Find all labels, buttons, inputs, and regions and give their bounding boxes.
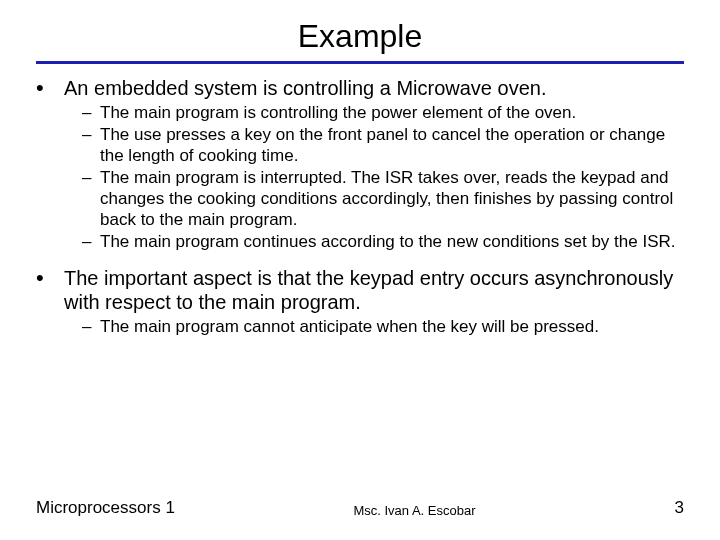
sub-bullet-text: The main program cannot anticipate when … — [100, 316, 599, 337]
title-underline — [36, 61, 684, 64]
sub-bullet-list: – The main program is controlling the po… — [82, 102, 684, 252]
sub-bullet-text: The use presses a key on the front panel… — [100, 124, 684, 166]
page-number: 3 — [654, 498, 684, 518]
bullet-dash-icon: – — [82, 316, 100, 337]
bullet-dash-icon: – — [82, 167, 100, 230]
bullet-level1: • An embedded system is controlling a Mi… — [36, 76, 684, 100]
footer-center: Msc. Ivan A. Escobar — [175, 503, 654, 518]
sub-bullet-text: The main program is interrupted. The ISR… — [100, 167, 684, 230]
bullet-level1: • The important aspect is that the keypa… — [36, 266, 684, 314]
footer-left: Microprocessors 1 — [36, 498, 175, 518]
sub-bullet-list: – The main program cannot anticipate whe… — [82, 316, 684, 337]
bullet-level2: – The main program continues according t… — [82, 231, 684, 252]
bullet-text: The important aspect is that the keypad … — [64, 266, 684, 314]
bullet-text: An embedded system is controlling a Micr… — [64, 76, 546, 100]
bullet-dash-icon: – — [82, 102, 100, 123]
slide-title: Example — [36, 18, 684, 55]
slide-footer: Microprocessors 1 Msc. Ivan A. Escobar 3 — [36, 498, 684, 518]
bullet-list: • An embedded system is controlling a Mi… — [36, 76, 684, 337]
bullet-dash-icon: – — [82, 231, 100, 252]
bullet-dot-icon: • — [36, 76, 64, 100]
bullet-level2: – The use presses a key on the front pan… — [82, 124, 684, 166]
bullet-dot-icon: • — [36, 266, 64, 314]
sub-bullet-text: The main program continues according to … — [100, 231, 675, 252]
bullet-level2: – The main program is interrupted. The I… — [82, 167, 684, 230]
bullet-level2: – The main program is controlling the po… — [82, 102, 684, 123]
bullet-level2: – The main program cannot anticipate whe… — [82, 316, 684, 337]
bullet-dash-icon: – — [82, 124, 100, 166]
slide: Example • An embedded system is controll… — [0, 0, 720, 540]
sub-bullet-text: The main program is controlling the powe… — [100, 102, 576, 123]
